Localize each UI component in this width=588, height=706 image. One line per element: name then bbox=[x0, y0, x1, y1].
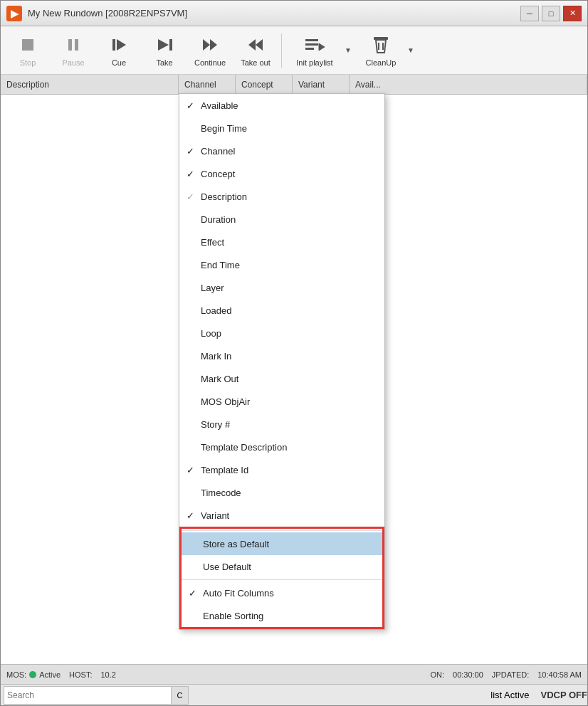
init-playlist-dropdown[interactable]: ▼ bbox=[343, 31, 353, 70]
updated-value: 10:40:58 AM bbox=[537, 670, 582, 679]
cleanup-label: CleanUp bbox=[366, 58, 397, 67]
duration-value: 00:30:00 bbox=[453, 670, 483, 679]
menu-item-story-hash[interactable]: Story # bbox=[179, 413, 384, 436]
svg-marker-7 bbox=[203, 39, 210, 51]
svg-marker-5 bbox=[158, 39, 169, 51]
cue-button[interactable]: Cue bbox=[98, 31, 140, 70]
col-variant: Variant bbox=[293, 75, 350, 94]
svg-marker-9 bbox=[256, 39, 263, 51]
cue-label: Cue bbox=[112, 58, 126, 67]
col-concept: Concept bbox=[236, 75, 293, 94]
col-channel: Channel bbox=[179, 75, 236, 94]
menu-item-channel[interactable]: Channel bbox=[179, 139, 384, 162]
svg-marker-10 bbox=[248, 39, 256, 51]
svg-marker-14 bbox=[319, 43, 325, 51]
init-playlist-group: Init playlist ▼ bbox=[286, 31, 353, 70]
svg-rect-6 bbox=[169, 39, 172, 51]
svg-marker-4 bbox=[117, 39, 126, 51]
title-bar: ▶ My New Rundown [2008R2ENPS7VM] ─ □ ✕ bbox=[1, 1, 587, 26]
menu-item-auto-fit-columns[interactable]: Auto Fit Columns bbox=[182, 581, 382, 604]
continue-label: Continue bbox=[194, 58, 226, 67]
svg-rect-1 bbox=[68, 39, 72, 51]
mos-label: MOS: bbox=[6, 670, 26, 679]
menu-item-enable-sorting[interactable]: Enable Sorting bbox=[182, 604, 382, 627]
stop-icon bbox=[16, 33, 39, 56]
status-bar: MOS: Active HOST: 10.2 ON: 00:30:00 JPDA… bbox=[1, 664, 587, 684]
take-out-label: Take out bbox=[241, 58, 271, 67]
cleanup-dropdown[interactable]: ▼ bbox=[406, 31, 416, 70]
close-button[interactable]: ✕ bbox=[563, 6, 582, 21]
menu-item-timecode[interactable]: Timecode bbox=[179, 481, 384, 504]
pause-button[interactable]: Pause bbox=[52, 31, 95, 70]
mos-status: MOS: Active bbox=[6, 670, 61, 679]
table-header: Description Channel Concept Variant Avai… bbox=[1, 75, 587, 95]
cleanup-icon bbox=[369, 33, 392, 56]
menu-item-end-time[interactable]: End Time bbox=[179, 253, 384, 276]
menu-item-available[interactable]: Available bbox=[179, 94, 384, 117]
list-status: list Active bbox=[490, 690, 529, 700]
mos-active-dot bbox=[29, 671, 36, 678]
menu-separator-1 bbox=[182, 530, 382, 531]
take-label: Take bbox=[156, 58, 172, 67]
menu-item-description[interactable]: Description bbox=[179, 185, 384, 208]
svg-rect-0 bbox=[22, 39, 33, 51]
stop-button[interactable]: Stop bbox=[6, 31, 49, 70]
menu-item-loop[interactable]: Loop bbox=[179, 322, 384, 344]
svg-rect-3 bbox=[112, 39, 115, 51]
col-description: Description bbox=[1, 75, 179, 94]
continue-button[interactable]: Continue bbox=[189, 31, 231, 70]
col-available: Avail... bbox=[350, 75, 587, 94]
continue-icon bbox=[199, 33, 221, 56]
menu-item-variant[interactable]: Variant bbox=[179, 504, 384, 527]
menu-item-concept[interactable]: Concept bbox=[179, 162, 384, 185]
menu-item-layer[interactable]: Layer bbox=[179, 276, 384, 299]
stop-label: Stop bbox=[20, 58, 36, 67]
svg-rect-11 bbox=[305, 39, 318, 41]
status-right: list Active VDCP OFF bbox=[490, 690, 587, 700]
vdcp-status: VDCP OFF bbox=[541, 690, 588, 700]
menu-item-mark-in[interactable]: Mark In bbox=[179, 344, 384, 367]
mos-status-text: Active bbox=[39, 670, 61, 679]
app-icon-symbol: ▶ bbox=[11, 8, 19, 19]
menu-item-use-default[interactable]: Use Default bbox=[182, 555, 382, 578]
host-label: HOST: bbox=[69, 670, 92, 679]
take-out-button[interactable]: Take out bbox=[234, 31, 277, 70]
svg-rect-12 bbox=[305, 43, 318, 46]
duration-label: ON: bbox=[430, 670, 444, 679]
menu-item-mos-objair[interactable]: MOS ObjAir bbox=[179, 390, 384, 413]
take-icon bbox=[153, 33, 176, 56]
take-button[interactable]: Take bbox=[143, 31, 186, 70]
dropdown-menu: Available Begin Time Channel Concept Des… bbox=[179, 93, 385, 630]
init-playlist-button[interactable]: Init playlist bbox=[286, 31, 343, 70]
take-out-icon bbox=[244, 33, 267, 56]
window-title: My New Rundown [2008R2ENPS7VM] bbox=[28, 8, 520, 19]
highlighted-section: Store as Default Use Default Auto Fit Co… bbox=[179, 527, 384, 629]
menu-item-template-description[interactable]: Template Description bbox=[179, 436, 384, 458]
main-window: ▶ My New Rundown [2008R2ENPS7VM] ─ □ ✕ S… bbox=[0, 0, 588, 706]
search-bar: C list Active VDCP OFF bbox=[1, 684, 587, 705]
maximize-button[interactable]: □ bbox=[542, 6, 560, 21]
menu-item-store-as-default[interactable]: Store as Default bbox=[182, 532, 382, 555]
cleanup-button[interactable]: CleanUp bbox=[356, 31, 406, 70]
svg-marker-8 bbox=[210, 39, 217, 51]
search-input[interactable] bbox=[4, 690, 171, 700]
init-playlist-icon bbox=[303, 33, 326, 56]
pause-label: Pause bbox=[62, 58, 84, 67]
cleanup-group: CleanUp ▼ bbox=[356, 31, 416, 70]
app-icon: ▶ bbox=[6, 6, 22, 21]
pause-icon bbox=[62, 33, 85, 56]
menu-separator-2 bbox=[182, 579, 382, 580]
minimize-button[interactable]: ─ bbox=[520, 6, 539, 21]
menu-item-begin-time[interactable]: Begin Time bbox=[179, 117, 384, 139]
search-wrapper: C bbox=[4, 686, 189, 705]
menu-item-loaded[interactable]: Loaded bbox=[179, 299, 384, 322]
svg-rect-13 bbox=[305, 48, 314, 50]
window-controls: ─ □ ✕ bbox=[520, 6, 582, 21]
menu-item-duration[interactable]: Duration bbox=[179, 208, 384, 231]
host-value: 10.2 bbox=[101, 670, 116, 679]
menu-item-effect[interactable]: Effect bbox=[179, 231, 384, 253]
updated-label: JPDATED: bbox=[492, 670, 529, 679]
search-button[interactable]: C bbox=[171, 687, 188, 704]
menu-item-template-id[interactable]: Template Id bbox=[179, 458, 384, 481]
menu-item-mark-out[interactable]: Mark Out bbox=[179, 367, 384, 390]
